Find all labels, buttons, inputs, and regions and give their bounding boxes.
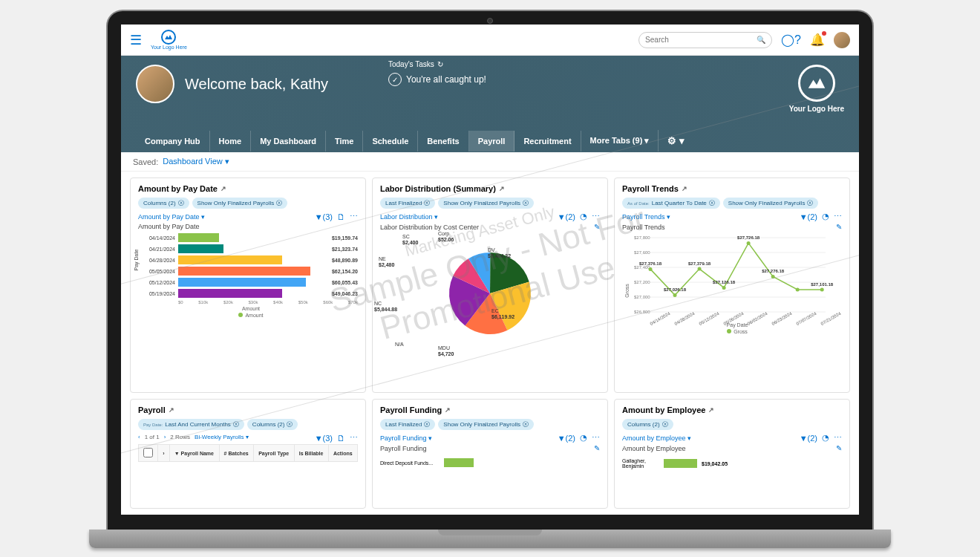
profile-avatar[interactable] — [136, 65, 174, 103]
remove-pill-icon[interactable]: ⓧ — [233, 420, 239, 429]
remove-pill-icon[interactable]: ⓧ — [287, 420, 293, 429]
remove-pill-icon[interactable]: ⓧ — [276, 199, 282, 207]
filter-icon[interactable]: ▼(3) — [315, 212, 333, 221]
more-icon[interactable]: ⋯ — [834, 433, 842, 443]
chart-type-dropdown[interactable]: Labor Distribution ▾ — [380, 213, 438, 221]
column-batches[interactable]: # Batches — [219, 445, 254, 462]
bar-row: 04/28/2024$48,890.89 — [144, 255, 358, 264]
tab-schedule[interactable]: Schedule — [363, 131, 418, 152]
bar-row: 05/05/2024$62,154.20 — [144, 267, 358, 276]
hero-logo-text: Your Logo Here — [789, 105, 844, 113]
expand-icon[interactable]: ↗ — [220, 185, 226, 192]
remove-pill-icon[interactable]: ⓧ — [709, 199, 715, 207]
funding-label: Direct Deposit Funds... — [380, 460, 440, 466]
filter-pill[interactable]: Pay Date:Last And Current Monthsⓧ — [138, 419, 244, 430]
filter-pill[interactable]: Last Finalizedⓧ — [380, 198, 435, 209]
filter-pill[interactable]: Show Only Finalized Payrollsⓧ — [723, 198, 819, 209]
payroll-group-dropdown[interactable]: Bi-Weekly Payrolls ▾ — [195, 434, 249, 440]
filter-icon[interactable]: ▼(2) — [800, 212, 817, 221]
more-icon[interactable]: ⋯ — [592, 433, 600, 443]
hero-banner: Welcome back, Kathy Today's Tasks ↻ ✓You… — [121, 56, 859, 152]
column-billable[interactable]: Is Billable — [294, 445, 328, 462]
chart-type-dropdown[interactable]: Payroll Trends ▾ — [622, 213, 670, 221]
filter-pill[interactable]: Columns (2)ⓧ — [247, 419, 298, 430]
column-payroll-name[interactable]: ▼ Payroll Name — [169, 445, 219, 462]
hamburger-menu-icon[interactable]: ☰ — [130, 32, 142, 48]
remove-pill-icon[interactable]: ⓧ — [523, 420, 529, 429]
funding-row: Direct Deposit Funds... — [380, 458, 600, 467]
filter-icon[interactable]: ▼(2) — [558, 434, 575, 443]
dashboard-view-dropdown[interactable]: Dashboard View ▾ — [163, 157, 229, 166]
edit-icon[interactable]: ✎ — [836, 444, 842, 452]
edit-icon[interactable]: ✎ — [836, 223, 842, 231]
tab-recruitment[interactable]: Recruitment — [514, 131, 581, 152]
chart-type-dropdown[interactable]: Amount by Employee ▾ — [622, 434, 691, 442]
tab-my-dashboard[interactable]: My Dashboard — [251, 131, 326, 152]
remove-pill-icon[interactable]: ⓧ — [523, 199, 529, 207]
bar-row: 04/21/2024$21,323.74 — [144, 244, 358, 253]
notifications-bell-icon[interactable]: 🔔 — [810, 33, 825, 47]
svg-point-16 — [747, 241, 751, 245]
select-all-checkbox[interactable] — [143, 448, 153, 457]
more-icon[interactable]: ⋯ — [834, 212, 842, 221]
tab-company-hub[interactable]: Company Hub — [136, 131, 210, 152]
svg-text:$27,200: $27,200 — [634, 280, 650, 284]
chart-icon[interactable]: ◔ — [580, 433, 587, 443]
user-avatar[interactable] — [834, 32, 850, 48]
chart-icon[interactable]: ◔ — [822, 433, 829, 443]
svg-text:$27,800: $27,800 — [634, 235, 650, 240]
logo-small[interactable]: Your Logo Here — [151, 30, 187, 50]
remove-pill-icon[interactable]: ⓧ — [424, 420, 430, 429]
remove-pill-icon[interactable]: ⓧ — [178, 199, 184, 207]
expand-icon[interactable]: ↗ — [708, 406, 714, 414]
chart-type-dropdown[interactable]: Payroll Funding ▾ — [380, 434, 432, 442]
filter-pill-finalized[interactable]: Show Only Finalized Payrollsⓧ — [192, 198, 288, 209]
tab-home[interactable]: Home — [210, 131, 252, 152]
filter-icon[interactable]: ▼(2) — [800, 434, 817, 443]
line-chart: Gross $27,800$27,600$27,400$27,200$27,00… — [622, 234, 842, 342]
card-labor-distribution: Labor Distribution (Summary)↗ Last Final… — [372, 177, 608, 393]
search-input[interactable]: 🔍 — [638, 32, 772, 48]
tab-benefits[interactable]: Benefits — [418, 131, 468, 152]
expand-icon[interactable]: ↗ — [499, 185, 505, 192]
remove-pill-icon[interactable]: ⓧ — [662, 420, 668, 429]
refresh-icon[interactable]: ↻ — [437, 60, 443, 68]
filter-pill[interactable]: Columns (2)ⓧ — [622, 419, 673, 430]
export-icon[interactable]: 🗋 — [337, 434, 345, 443]
filter-icon[interactable]: ▼(2) — [558, 212, 575, 221]
filter-pill[interactable]: Show Only Finalized Payrollsⓧ — [438, 198, 534, 209]
checkbox-column[interactable] — [139, 445, 158, 462]
payroll-table: › ▼ Payroll Name # Batches Payroll Type … — [138, 444, 358, 462]
expand-icon[interactable]: ↗ — [445, 406, 451, 414]
column-type[interactable]: Payroll Type — [254, 445, 295, 462]
filter-pill[interactable]: Last Finalizedⓧ — [380, 419, 435, 430]
expand-icon[interactable]: ↗ — [169, 406, 174, 414]
expand-icon[interactable]: ↗ — [682, 185, 687, 192]
remove-pill-icon[interactable]: ⓧ — [424, 199, 430, 207]
remove-pill-icon[interactable]: ⓧ — [807, 199, 813, 207]
more-icon[interactable]: ⋯ — [350, 212, 358, 221]
more-icon[interactable]: ⋯ — [592, 212, 600, 221]
tab-payroll[interactable]: Payroll — [469, 131, 515, 152]
nav-settings-gear-icon[interactable]: ⚙ ▾ — [659, 129, 693, 152]
more-icon[interactable]: ⋯ — [350, 433, 358, 443]
filter-pill[interactable]: Show Only Finalized Payrollsⓧ — [438, 419, 534, 430]
edit-icon[interactable]: ✎ — [594, 444, 600, 452]
chart-type-dropdown[interactable]: Amount by Pay Date ▾ — [138, 213, 205, 221]
filter-pill-columns[interactable]: Columns (2)ⓧ — [138, 198, 189, 209]
help-icon[interactable]: ◯? — [781, 33, 801, 47]
filter-icon[interactable]: ▼(3) — [315, 434, 333, 443]
svg-point-12 — [649, 267, 653, 271]
chart-icon[interactable]: ◔ — [822, 212, 829, 221]
export-icon[interactable]: 🗋 — [337, 212, 345, 221]
prev-page-icon[interactable]: ‹ — [138, 434, 140, 440]
caught-up-text: You're all caught up! — [406, 74, 486, 85]
tab-more[interactable]: More Tabs (9) ▾ — [581, 130, 659, 152]
chart-icon[interactable]: ◔ — [580, 212, 587, 221]
filter-pill[interactable]: As of Date:Last Quarter To Dateⓧ — [622, 198, 720, 209]
edit-icon[interactable]: ✎ — [594, 223, 600, 231]
search-field[interactable] — [645, 36, 757, 44]
employee-bar-row: Gallagher, Benjamin $19,042.05 — [622, 458, 842, 469]
tab-time[interactable]: Time — [326, 131, 363, 152]
next-page-icon[interactable]: › — [164, 434, 166, 440]
